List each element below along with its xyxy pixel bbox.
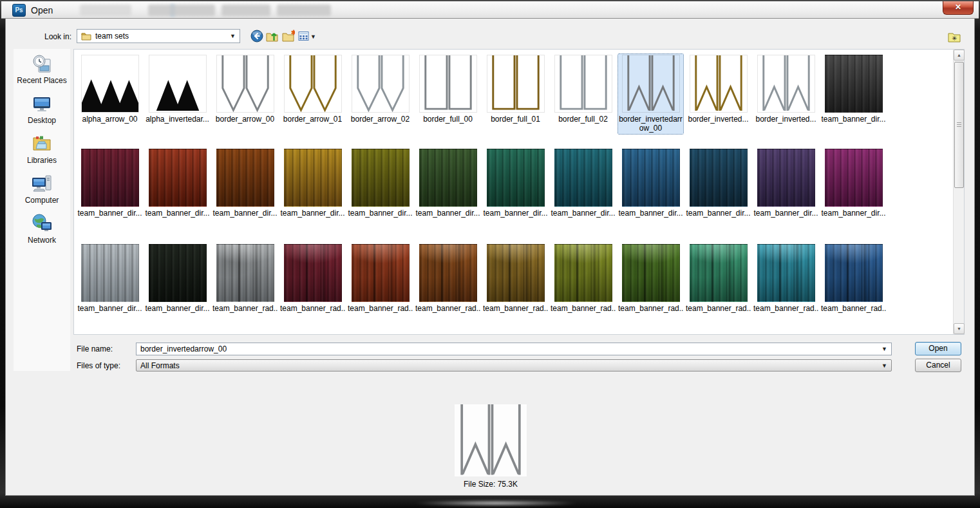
file-item[interactable]: team_banner_rad... (551, 243, 616, 313)
favorites-icon[interactable]: ✳ (947, 30, 961, 43)
file-label: team_banner_rad... (821, 304, 886, 313)
file-item[interactable]: team_banner_dir... (145, 243, 210, 313)
file-item[interactable]: team_banner_rad... (280, 243, 345, 313)
file-item[interactable]: border_full_00 (415, 54, 480, 134)
view-menu-icon[interactable] (297, 30, 310, 42)
file-item[interactable]: team_banner_rad... (686, 243, 751, 313)
back-icon[interactable] (250, 30, 263, 42)
chevron-down-icon[interactable]: ▼ (881, 362, 887, 369)
vertical-scrollbar[interactable]: ▲ ▼ (953, 50, 964, 334)
close-button[interactable]: ✕ (943, 1, 974, 15)
file-item[interactable]: border_arrow_00 (212, 54, 278, 134)
place-computer[interactable]: Computer (15, 173, 69, 205)
place-label: Desktop (28, 116, 56, 125)
files-of-type-value: All Formats (140, 361, 180, 370)
file-label: border_inverted... (688, 115, 748, 124)
chevron-down-icon[interactable]: ▼ (881, 346, 887, 352)
file-grid-row: team_banner_dir...team_banner_dir...team… (74, 148, 886, 218)
look-in-dropdown[interactable]: team sets ▼ (77, 29, 240, 43)
look-in-label: Look in: (44, 32, 71, 41)
new-folder-icon[interactable]: ✱ (282, 30, 295, 42)
file-list[interactable]: alpha_arrow_00alpha_invertedar...border_… (73, 49, 965, 335)
place-desktop[interactable]: Desktop (15, 93, 69, 125)
file-item[interactable]: team_banner_dir... (280, 148, 345, 218)
place-recent-places[interactable]: Recent Places (15, 53, 69, 85)
file-item-selected[interactable]: border_invertedarrow_00 (618, 54, 683, 134)
place-network[interactable]: Network (15, 212, 69, 245)
file-thumbnail (352, 149, 410, 207)
file-item[interactable]: team_banner_dir... (686, 148, 751, 218)
file-thumbnail (352, 55, 410, 113)
file-item[interactable]: team_banner_rad... (618, 243, 683, 313)
file-item[interactable]: team_banner_rad... (753, 243, 818, 313)
scroll-up-icon[interactable]: ▲ (954, 50, 965, 61)
file-label: team_banner_dir... (686, 209, 750, 218)
file-item[interactable]: border_inverted... (686, 54, 751, 134)
file-label: team_banner_dir... (145, 209, 209, 218)
file-label: border_full_02 (558, 115, 608, 124)
file-item[interactable]: team_banner_rad... (212, 243, 278, 313)
file-item[interactable]: team_banner_rad... (415, 243, 480, 313)
file-thumbnail (81, 149, 139, 207)
file-item[interactable]: team_banner_dir... (77, 243, 142, 313)
file-label: team_banner_dir... (280, 209, 344, 218)
file-item[interactable]: team_banner_dir... (415, 148, 480, 218)
chevron-down-icon[interactable]: ▼ (230, 33, 236, 39)
file-item[interactable]: alpha_invertedar... (145, 54, 210, 134)
file-thumbnail (216, 55, 274, 113)
file-item[interactable]: team_banner_rad... (348, 243, 413, 313)
file-label: team_banner_dir... (551, 209, 615, 218)
file-item[interactable]: border_full_02 (551, 54, 616, 134)
file-item[interactable]: team_banner_dir... (77, 148, 142, 218)
file-label: team_banner_rad... (618, 304, 683, 313)
file-thumbnail (690, 149, 748, 207)
svg-text:✳: ✳ (952, 35, 957, 42)
file-thumbnail (487, 244, 545, 302)
file-item[interactable]: border_arrow_01 (280, 54, 345, 134)
file-label: alpha_arrow_00 (82, 115, 137, 124)
file-item[interactable]: team_banner_dir... (348, 148, 413, 218)
file-item[interactable]: team_banner_rad... (821, 243, 886, 313)
file-item[interactable]: team_banner_dir... (212, 148, 278, 218)
file-item[interactable]: team_banner_dir... (753, 148, 818, 218)
desktop-icon (31, 93, 53, 115)
file-thumbnail (284, 55, 342, 113)
file-label: team_banner_rad... (415, 304, 480, 313)
file-item[interactable]: team_banner_dir... (618, 148, 683, 218)
file-label: team_banner_dir... (348, 209, 412, 218)
file-thumbnail (757, 55, 815, 113)
open-button[interactable]: Open (915, 342, 961, 355)
cancel-button[interactable]: Cancel (915, 359, 961, 372)
file-label: team_banner_dir... (483, 209, 547, 218)
file-thumbnail (554, 244, 612, 302)
file-item[interactable]: team_banner_dir... (821, 148, 886, 218)
file-item[interactable]: team_banner_dir... (145, 148, 210, 218)
file-thumbnail (216, 244, 274, 302)
file-thumbnail (352, 244, 410, 302)
background-window-fragment (221, 5, 270, 16)
scroll-down-icon[interactable]: ▼ (954, 323, 965, 334)
up-one-level-icon[interactable] (266, 30, 279, 42)
place-libraries[interactable]: Libraries (15, 133, 69, 165)
file-item[interactable]: border_inverted... (753, 54, 818, 134)
file-item[interactable]: team_banner_dir... (821, 54, 886, 134)
file-label: team_banner_dir... (821, 115, 885, 124)
file-item[interactable]: border_arrow_02 (348, 54, 413, 134)
file-name-input[interactable]: border_invertedarrow_00 ▼ (136, 343, 892, 355)
view-menu-caret-icon[interactable]: ▼ (310, 33, 316, 40)
scrollbar-thumb[interactable] (954, 62, 964, 188)
close-icon: ✕ (955, 3, 961, 12)
background-window-fragment (277, 5, 331, 16)
file-label: team_banner_rad... (212, 304, 278, 313)
file-item[interactable]: border_full_01 (483, 54, 548, 134)
file-item[interactable]: team_banner_rad... (483, 243, 548, 313)
file-thumbnail (554, 55, 612, 113)
file-item[interactable]: team_banner_dir... (483, 148, 548, 218)
title-bar[interactable]: Ps Open ✕ (1, 1, 979, 19)
files-of-type-dropdown[interactable]: All Formats ▼ (136, 359, 892, 372)
file-size-caption: File Size: 75.3K (426, 480, 555, 489)
file-item[interactable]: team_banner_dir... (551, 148, 616, 218)
file-label: team_banner_dir... (77, 209, 142, 218)
file-item[interactable]: alpha_arrow_00 (77, 54, 142, 134)
file-thumbnail (149, 55, 207, 113)
